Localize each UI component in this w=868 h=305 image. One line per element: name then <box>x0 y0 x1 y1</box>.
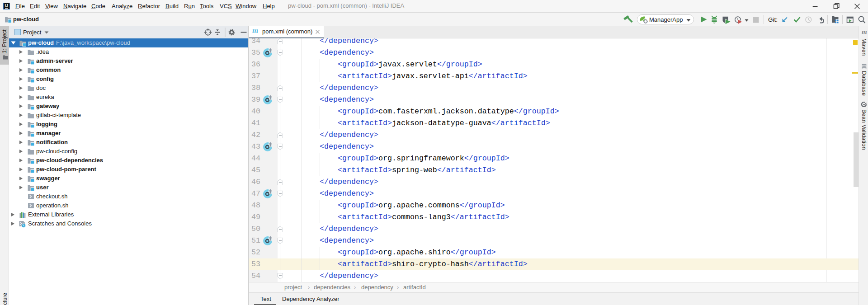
svg-text:Git:: Git: <box>768 16 778 23</box>
svg-text:ManagerApp: ManagerApp <box>649 16 683 23</box>
